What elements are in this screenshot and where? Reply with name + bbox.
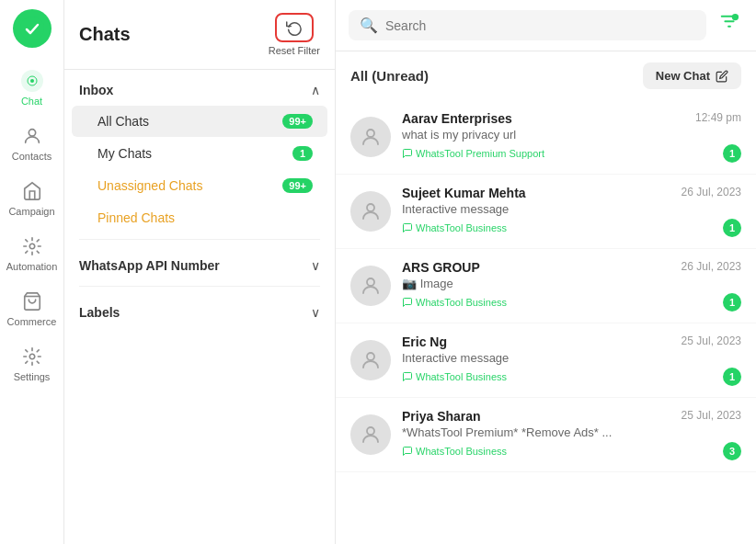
labels-section-header[interactable]: Labels ∨ [64, 292, 335, 327]
chat-time: 25 Jul, 2023 [682, 334, 741, 347]
chat-meta-row: WhatsTool Business 1 [402, 219, 741, 237]
unassigned-chats-label: Unassigned Chats [97, 178, 202, 193]
chat-item[interactable]: Priya Sharan 25 Jul, 2023 *WhatsTool Pre… [336, 398, 756, 472]
chat-list: Aarav Enterprises 12:49 pm what is my pr… [336, 100, 756, 544]
filter-icon[interactable] [716, 9, 743, 41]
chat-name: ARS GROUP [402, 260, 480, 275]
automation-icon [21, 235, 43, 257]
chat-info: Aarav Enterprises 12:49 pm what is my pr… [402, 111, 741, 163]
chat-name: Aarav Enterprises [402, 111, 512, 126]
svg-point-7 [732, 14, 739, 20]
search-input[interactable] [385, 18, 695, 33]
chat-time: 25 Jul, 2023 [682, 409, 741, 422]
svg-point-2 [30, 79, 34, 83]
labels-chevron-icon: ∨ [311, 305, 320, 320]
whatsapp-api-section-header[interactable]: WhatsApp API Number ∨ [64, 245, 335, 280]
sidebar-item-automation[interactable]: Automation [0, 226, 63, 281]
chat-name-row: Priya Sharan 25 Jul, 2023 [402, 409, 741, 424]
chat-item[interactable]: Sujeet Kumar Mehta 26 Jul, 2023 Interact… [336, 175, 756, 249]
nav-automation-label: Automation [6, 261, 58, 272]
inbox-label: Inbox [79, 83, 113, 97]
inbox-section-header[interactable]: Inbox ∧ [64, 70, 335, 105]
nav-campaign-label: Campaign [8, 206, 54, 217]
chat-preview: what is my privacy url [402, 128, 678, 142]
my-chats-badge: 1 [292, 146, 313, 161]
avatar [350, 191, 391, 232]
chat-info: ARS GROUP 26 Jul, 2023 📷 Image WhatsTool… [402, 260, 741, 312]
sidebar-title: Chats [79, 24, 259, 45]
contacts-icon [21, 125, 43, 147]
chat-preview: *WhatsTool Premium* *Remove Ads* ... [402, 425, 678, 439]
svg-point-11 [367, 353, 374, 360]
reset-filter-label: Reset Filter [269, 45, 320, 56]
chat-tag: WhatsTool Business [402, 371, 507, 382]
tab-label: All (Unread) [350, 68, 429, 84]
svg-point-8 [367, 130, 374, 137]
new-chat-button[interactable]: New Chat [643, 62, 741, 89]
svg-point-0 [20, 17, 44, 40]
nav-commerce-label: Commerce [7, 316, 57, 327]
svg-point-3 [29, 130, 35, 136]
chat-item[interactable]: Aarav Enterprises 12:49 pm what is my pr… [336, 100, 756, 175]
avatar [350, 266, 391, 306]
sidebar: Chats Reset Filter Inbox ∧ All Chats 99+… [64, 0, 336, 544]
nav-settings-label: Settings [14, 371, 51, 382]
sidebar-header: Chats Reset Filter [64, 0, 335, 70]
menu-item-all-chats[interactable]: All Chats 99+ [72, 106, 327, 137]
sidebar-item-commerce[interactable]: Commerce [0, 281, 63, 336]
chat-icon [21, 70, 43, 92]
menu-item-my-chats[interactable]: My Chats 1 [72, 138, 327, 169]
reset-filter-wrapper: Reset Filter [269, 13, 320, 56]
chat-name-row: Eric Ng 25 Jul, 2023 [402, 334, 741, 349]
chat-item[interactable]: ARS GROUP 26 Jul, 2023 📷 Image WhatsTool… [336, 249, 756, 323]
reset-icon [286, 19, 303, 36]
commerce-icon [21, 290, 43, 312]
menu-item-unassigned-chats[interactable]: Unassigned Chats 99+ [72, 170, 327, 201]
chat-badge: 1 [723, 293, 741, 312]
chat-meta-row: WhatsTool Premium Support 1 [402, 144, 741, 163]
chat-info: Priya Sharan 25 Jul, 2023 *WhatsTool Pre… [402, 409, 741, 460]
chat-name: Priya Sharan [402, 409, 481, 424]
chat-item[interactable]: Eric Ng 25 Jul, 2023 Interactive message… [336, 323, 756, 398]
chat-name-row: ARS GROUP 26 Jul, 2023 [402, 260, 741, 275]
inbox-chevron-icon: ∧ [311, 83, 320, 97]
divider-2 [79, 286, 320, 287]
chat-preview: Interactive message [402, 202, 678, 216]
chat-time: 26 Jul, 2023 [682, 186, 741, 198]
reset-filter-button[interactable] [275, 13, 314, 42]
chat-meta-row: WhatsTool Business 3 [402, 442, 741, 460]
chat-info: Eric Ng 25 Jul, 2023 Interactive message… [402, 334, 741, 386]
menu-item-pinned-chats[interactable]: Pinned Chats [72, 202, 327, 233]
sidebar-item-chat[interactable]: Chat [0, 61, 63, 116]
main-content: 🔍 All (Unread) New Chat [336, 0, 756, 544]
left-navigation: Chat Contacts Campaign Automation [0, 0, 64, 544]
sidebar-item-settings[interactable]: Settings [0, 336, 63, 391]
sidebar-item-campaign[interactable]: Campaign [0, 171, 63, 226]
chat-meta-row: WhatsTool Business 1 [402, 368, 741, 386]
chat-badge: 1 [723, 144, 741, 163]
chat-tag: WhatsTool Business [402, 297, 507, 308]
main-header: 🔍 [336, 0, 756, 51]
pinned-chats-label: Pinned Chats [97, 210, 175, 225]
chat-name: Eric Ng [402, 334, 447, 349]
avatar [350, 117, 391, 157]
whatsapp-api-chevron-icon: ∨ [311, 258, 320, 273]
avatar [350, 414, 391, 455]
sidebar-item-contacts[interactable]: Contacts [0, 116, 63, 171]
svg-point-10 [367, 278, 374, 286]
chat-time: 12:49 pm [695, 111, 741, 124]
svg-point-12 [367, 427, 374, 435]
settings-icon [21, 346, 43, 368]
svg-point-9 [367, 204, 374, 211]
edit-icon [716, 70, 728, 83]
new-chat-label: New Chat [656, 69, 710, 83]
chat-badge: 1 [723, 219, 741, 237]
search-bar[interactable]: 🔍 [349, 10, 706, 40]
chat-time: 26 Jul, 2023 [682, 260, 741, 273]
svg-point-6 [29, 354, 35, 359]
main-subheader: All (Unread) New Chat [336, 51, 756, 100]
chat-tag: WhatsTool Premium Support [402, 148, 544, 159]
campaign-icon [21, 180, 43, 202]
svg-point-4 [29, 244, 35, 249]
chat-badge: 1 [723, 368, 741, 386]
